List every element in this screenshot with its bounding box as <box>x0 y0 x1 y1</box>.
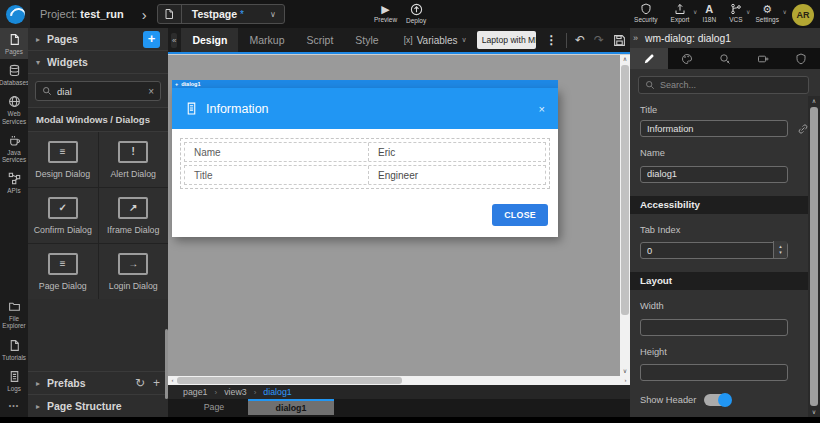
properties-search[interactable] <box>638 76 809 94</box>
row-label[interactable]: Name <box>185 143 369 161</box>
tab-markup[interactable]: Markup <box>238 28 295 52</box>
tab-events[interactable] <box>706 48 744 69</box>
deploy-button[interactable]: Deploy <box>406 3 426 24</box>
properties-search-input[interactable] <box>660 80 802 90</box>
dialog[interactable]: Information × Name Eric Title Engineer <box>172 88 558 237</box>
tab-style[interactable]: Style <box>344 28 389 52</box>
device-selector[interactable]: Laptop with MDPI Screen ∨ <box>477 31 537 49</box>
collapse-right-panel-button[interactable]: » <box>633 33 638 43</box>
rail-label: Databases <box>0 79 29 86</box>
close-button[interactable]: CLOSE <box>492 204 548 226</box>
tab-index-label: Tab Index <box>640 225 820 235</box>
security-button[interactable]: Security <box>634 3 657 23</box>
table-row[interactable]: Name Eric <box>184 142 546 162</box>
more-options-icon[interactable]: ⋮ <box>545 33 557 47</box>
properties-scrollbar[interactable]: ∧ ∨ <box>808 96 820 417</box>
dialog-widget[interactable]: + dialog1 Information × Name Eric <box>172 80 558 237</box>
widget-search-input[interactable] <box>57 86 143 97</box>
refresh-icon[interactable]: ↻ <box>135 376 145 390</box>
scrollbar-thumb[interactable] <box>621 65 629 315</box>
tab-script[interactable]: Script <box>295 28 344 52</box>
settings-button[interactable]: ⚙ ∨ Settings <box>756 3 780 23</box>
tab-styles[interactable] <box>668 48 706 69</box>
canvas-horizontal-scrollbar[interactable]: ‹ › <box>168 376 630 385</box>
bottom-tab-dialog1[interactable]: dialog1 <box>248 399 334 415</box>
rail-item-apis[interactable]: APIs <box>0 167 28 198</box>
scroll-up-icon[interactable]: ∧ <box>620 55 630 64</box>
scroll-left-icon[interactable]: ‹ <box>168 376 177 385</box>
widgets-accordion[interactable]: ▾ Widgets <box>28 51 168 74</box>
tab-index-field[interactable] <box>640 242 788 259</box>
title-field-label: Title <box>640 105 820 115</box>
scroll-down-icon[interactable]: ∨ <box>620 367 630 376</box>
widget-confirm-dialog[interactable]: ✓ Confirm Dialog <box>28 188 98 243</box>
height-field-label: Height <box>640 347 820 357</box>
row-value[interactable]: Engineer <box>369 170 418 181</box>
table-row[interactable]: Title Engineer <box>184 165 546 185</box>
vcs-button[interactable]: ∨ VCS <box>729 3 742 23</box>
redo-button[interactable]: ↷ <box>594 33 604 47</box>
breadcrumb-dialog1[interactable]: dialog1 <box>263 387 291 397</box>
step-down-icon[interactable]: ▾ <box>779 249 782 255</box>
rail-item-databases[interactable]: Databases <box>0 59 28 90</box>
wavemaker-logo[interactable] <box>0 0 30 28</box>
stepper-buttons[interactable]: ▴ ▾ <box>773 241 787 259</box>
row-label[interactable]: Title <box>185 166 369 184</box>
rail-item-logs[interactable]: Logs <box>0 365 28 396</box>
scrollbar-thumb[interactable] <box>177 377 402 384</box>
tab-properties[interactable] <box>630 48 668 69</box>
page-structure-accordion[interactable]: ▸ Page Structure <box>28 394 168 417</box>
save-button[interactable] <box>613 34 626 47</box>
dialog-header[interactable]: Information × <box>172 88 558 129</box>
pages-accordion[interactable]: ▸ Pages + <box>28 28 168 51</box>
export-button[interactable]: ∨ Export <box>671 3 690 23</box>
tab-design[interactable]: Design <box>181 28 238 52</box>
rail-item-java-services[interactable]: Java Services <box>0 129 28 167</box>
name-field[interactable] <box>640 166 788 183</box>
dialog-selection-tag[interactable]: + dialog1 <box>172 80 558 88</box>
design-canvas[interactable]: + dialog1 Information × Name Eric <box>168 54 630 376</box>
section-layout[interactable]: Layout <box>630 272 808 290</box>
breadcrumb-page1[interactable]: page1 <box>183 387 207 397</box>
rail-item-web-services[interactable]: Web Services <box>0 90 28 128</box>
widget-login-dialog[interactable]: → Login Dialog <box>99 244 169 299</box>
title-field[interactable] <box>640 120 788 137</box>
user-avatar[interactable]: AR <box>792 4 814 26</box>
widget-alert-dialog[interactable]: ! Alert Dialog <box>99 132 169 187</box>
canvas-vertical-scrollbar[interactable]: ∧ ∨ <box>620 55 630 376</box>
rail-more-button[interactable]: ••• <box>0 396 28 417</box>
undo-button[interactable]: ↶ <box>575 33 585 47</box>
height-field[interactable] <box>640 364 788 381</box>
tab-security[interactable] <box>782 48 820 69</box>
scrollbar-thumb[interactable] <box>810 107 818 406</box>
clear-search-icon[interactable]: × <box>148 86 154 97</box>
show-header-toggle[interactable] <box>704 394 731 406</box>
dialog-grid[interactable]: Name Eric Title Engineer <box>180 138 550 189</box>
tab-device[interactable] <box>744 48 782 69</box>
scroll-up-icon[interactable]: ∧ <box>808 96 820 106</box>
rail-item-file-explorer[interactable]: File Explorer <box>0 295 28 333</box>
prefabs-accordion[interactable]: ▸ Prefabs ↻ + <box>28 371 168 394</box>
dialog-body[interactable]: Name Eric Title Engineer <box>172 129 558 193</box>
breadcrumb-view3[interactable]: view3 <box>224 387 247 397</box>
variables-button[interactable]: [x] Variables ∨ <box>404 35 467 46</box>
add-prefab-button[interactable]: + <box>153 376 160 390</box>
bottom-tab-page[interactable]: Page <box>180 399 248 415</box>
preview-button[interactable]: ▶ Preview <box>374 3 397 23</box>
widget-page-dialog[interactable]: ≡ Page Dialog <box>28 244 98 299</box>
widget-search[interactable]: × <box>35 81 161 101</box>
widget-iframe-dialog[interactable]: ↗ Iframe Dialog <box>99 188 169 243</box>
dialog-close-icon[interactable]: × <box>539 103 545 115</box>
page-selector[interactable]: Testpage * ∨ <box>157 4 285 24</box>
collapse-left-panel-button[interactable]: « <box>171 33 177 48</box>
section-accessibility[interactable]: Accessibility <box>630 196 808 214</box>
add-page-button[interactable]: + <box>143 31 160 48</box>
scroll-down-icon[interactable]: ∨ <box>808 407 820 417</box>
widget-design-dialog[interactable]: ≡ Design Dialog <box>28 132 98 187</box>
rail-item-pages[interactable]: Pages <box>0 28 28 59</box>
row-value[interactable]: Eric <box>369 147 395 158</box>
i18n-button[interactable]: A I18N <box>702 3 716 23</box>
width-field[interactable] <box>640 319 788 336</box>
scroll-right-icon[interactable]: › <box>621 376 630 385</box>
rail-item-tutorials[interactable]: Tutorials <box>0 334 28 365</box>
